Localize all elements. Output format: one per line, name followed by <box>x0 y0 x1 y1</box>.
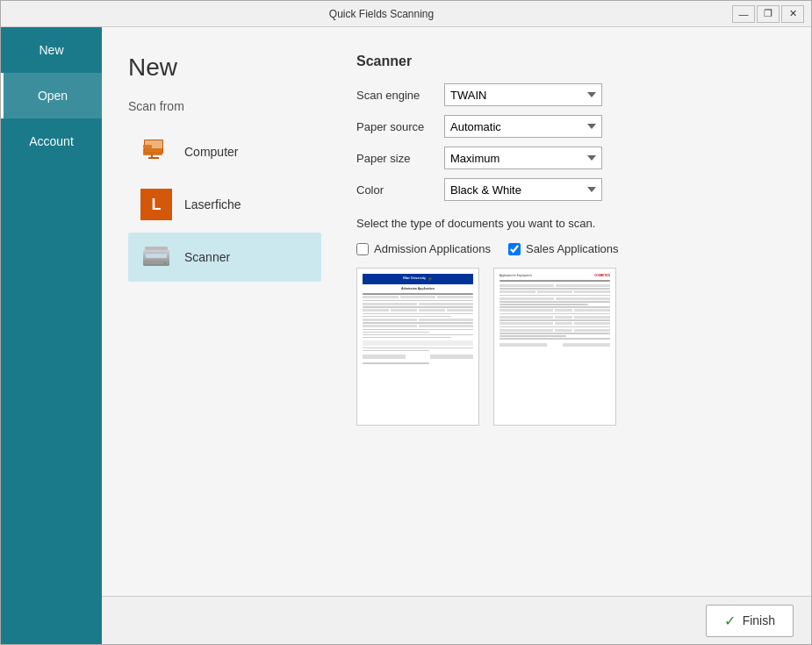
source-scanner-label: Scanner <box>184 250 230 264</box>
admission-doc-content: Blair University 🎓 Admission Application <box>357 269 478 425</box>
close-button[interactable]: ✕ <box>781 5 804 23</box>
sidebar-item-open[interactable]: Open <box>1 73 102 118</box>
laserfiche-icon: L <box>140 189 172 220</box>
paper-size-select[interactable]: Maximum Letter Legal A4 <box>444 147 602 169</box>
doc-option-admission[interactable]: Admission Applications <box>356 242 491 255</box>
scanner-icon <box>140 241 172 273</box>
main-layout: New Open Account New Scan from <box>1 27 811 644</box>
sidebar-item-new[interactable]: New <box>1 27 102 73</box>
sales-preview: Application for Employment COSMETICS <box>493 268 616 426</box>
svg-rect-10 <box>146 253 167 254</box>
window-controls: — ❐ ✕ <box>732 5 804 23</box>
paper-source-select[interactable]: Automatic Flatbed ADF <box>444 115 602 138</box>
check-icon: ✓ <box>724 613 736 629</box>
color-select-wrapper: Black & White Color Grayscale <box>444 178 602 201</box>
scan-from-label: Scan from <box>128 99 321 113</box>
admission-checkbox[interactable] <box>356 243 369 255</box>
svg-rect-5 <box>143 148 162 155</box>
source-computer-label: Computer <box>184 145 238 159</box>
instruction-text: Select the type of documents you want to… <box>356 217 785 230</box>
content-area: New Scan from <box>102 27 811 644</box>
doc-options: Admission Applications Sales Application… <box>356 242 785 255</box>
svg-rect-12 <box>145 247 168 250</box>
color-label: Color <box>356 183 444 197</box>
svg-point-13 <box>164 262 167 265</box>
doc-option-sales[interactable]: Sales Applications <box>508 242 619 255</box>
window-title: Quick Fields Scanning <box>31 8 732 20</box>
admission-label: Admission Applications <box>374 242 491 255</box>
page-title: New <box>128 54 321 82</box>
paper-source-row: Paper source Automatic Flatbed ADF <box>356 115 785 138</box>
svg-rect-4 <box>148 157 159 159</box>
sidebar: New Open Account <box>1 27 102 644</box>
finish-button[interactable]: ✓ Finish <box>706 605 794 637</box>
source-list: Computer L Laserfiche <box>128 127 321 282</box>
restore-button[interactable]: ❐ <box>757 5 780 23</box>
right-panel: Scanner Scan engine TWAIN WIA Paper sour… <box>356 54 785 570</box>
finish-label: Finish <box>743 613 775 627</box>
source-item-computer[interactable]: Computer <box>128 127 321 176</box>
footer: ✓ Finish <box>102 596 811 644</box>
scan-engine-select-wrapper: TWAIN WIA <box>444 83 602 106</box>
sales-checkbox[interactable] <box>508 243 521 255</box>
scan-engine-row: Scan engine TWAIN WIA <box>356 83 785 106</box>
paper-source-select-wrapper: Automatic Flatbed ADF <box>444 115 602 138</box>
doc-previews: Blair University 🎓 Admission Application <box>356 268 785 426</box>
sales-doc-content: Application for Employment COSMETICS <box>494 269 615 425</box>
main-window: Quick Fields Scanning — ❐ ✕ New Open Acc… <box>0 0 812 645</box>
scan-engine-select[interactable]: TWAIN WIA <box>444 83 602 106</box>
minimize-button[interactable]: — <box>732 5 755 23</box>
title-bar: Quick Fields Scanning — ❐ ✕ <box>1 1 811 27</box>
paper-size-label: Paper size <box>356 152 444 165</box>
sales-label: Sales Applications <box>526 242 619 255</box>
paper-source-label: Paper source <box>356 120 444 133</box>
sidebar-item-account[interactable]: Account <box>1 118 102 164</box>
scanner-section-title: Scanner <box>356 54 785 69</box>
color-select[interactable]: Black & White Color Grayscale <box>444 178 602 201</box>
source-laserfiche-label: Laserfiche <box>184 197 241 211</box>
left-panel: New Scan from <box>128 54 321 570</box>
source-item-scanner[interactable]: Scanner <box>128 233 321 282</box>
computer-icon <box>140 136 172 168</box>
svg-rect-6 <box>143 145 152 148</box>
scan-engine-label: Scan engine <box>356 89 444 102</box>
paper-size-select-wrapper: Maximum Letter Legal A4 <box>444 147 602 169</box>
content-inner: New Scan from <box>102 27 811 596</box>
admission-preview: Blair University 🎓 Admission Application <box>356 268 479 426</box>
paper-size-row: Paper size Maximum Letter Legal A4 <box>356 147 785 169</box>
source-item-laserfiche[interactable]: L Laserfiche <box>128 180 321 229</box>
color-row: Color Black & White Color Grayscale <box>356 178 785 201</box>
